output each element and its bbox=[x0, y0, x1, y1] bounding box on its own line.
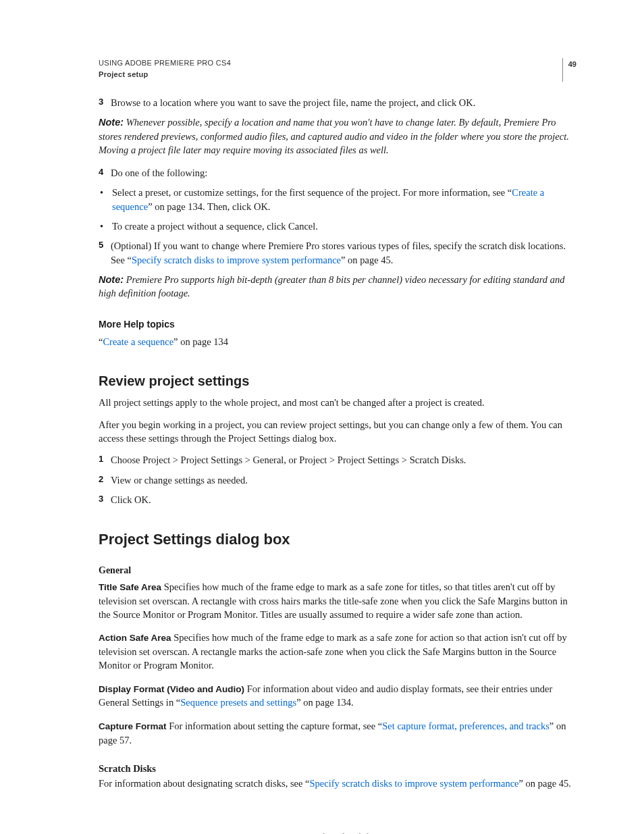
bullet-text: Select a preset, or customize settings, … bbox=[112, 186, 576, 213]
link-specify-scratch-disks[interactable]: Specify scratch disks to improve system … bbox=[310, 778, 519, 789]
note-label: Note: bbox=[99, 117, 124, 128]
header-product: USING ADOBE PREMIERE PRO CS4 bbox=[99, 58, 231, 68]
bullet-row: • To create a project without a sequence… bbox=[99, 219, 576, 233]
page-number: 49 bbox=[562, 58, 576, 82]
note-2: Note: Premiere Pro supports high bit-dep… bbox=[99, 273, 576, 301]
note-text: Premiere Pro supports high bit-depth (gr… bbox=[99, 274, 564, 298]
link-create-sequence[interactable]: Create a sequence bbox=[103, 336, 173, 347]
bullet-row: • Select a preset, or customize settings… bbox=[99, 186, 576, 213]
text: ” on page 134. Then, click OK. bbox=[148, 201, 270, 212]
step-row-3b: 3 Click OK. bbox=[99, 493, 576, 506]
runin-label: Display Format (Video and Audio) bbox=[99, 684, 244, 694]
step-number: 5 bbox=[99, 239, 111, 267]
paragraph: All project settings apply to the whole … bbox=[99, 396, 576, 409]
runin-label: Action Safe Area bbox=[99, 633, 171, 643]
definition-display-format: Display Format (Video and Audio) For inf… bbox=[99, 682, 576, 710]
link-set-capture-format[interactable]: Set capture format, preferences, and tra… bbox=[382, 721, 549, 731]
step-row-5: 5 (Optional) If you want to change where… bbox=[99, 239, 576, 267]
step-text: Choose Project > Project Settings > Gene… bbox=[111, 453, 576, 467]
note-text: Whenever possible, specify a location an… bbox=[99, 117, 569, 155]
text: ” on page 134. bbox=[296, 697, 354, 708]
footer-last-updated: Last updated 11/6/2011 bbox=[99, 831, 576, 834]
paragraph: After you begin working in a project, yo… bbox=[99, 418, 576, 446]
step-text: Browse to a location where you want to s… bbox=[111, 96, 576, 109]
step-number: 4 bbox=[99, 166, 111, 180]
paragraph-scratch: For information about designating scratc… bbox=[99, 777, 576, 790]
definition-title-safe: Title Safe Area Specifies how much of th… bbox=[99, 580, 576, 621]
step-text: Click OK. bbox=[111, 493, 576, 506]
note-label: Note: bbox=[99, 274, 124, 285]
bullet-dot: • bbox=[99, 186, 112, 213]
text: For information about designating scratc… bbox=[99, 778, 310, 789]
bullet-text: To create a project without a sequence, … bbox=[112, 219, 576, 233]
step-text: Do one of the following: bbox=[111, 166, 576, 180]
text: ” on page 134 bbox=[173, 336, 228, 347]
link-specify-scratch-disks[interactable]: Specify scratch disks to improve system … bbox=[132, 255, 341, 265]
heading-review-project-settings: Review project settings bbox=[99, 371, 576, 390]
text: ” on page 45. bbox=[341, 255, 393, 265]
step-row-4: 4 Do one of the following: bbox=[99, 166, 576, 180]
step-text: View or change settings as needed. bbox=[111, 473, 576, 487]
definition-capture-format: Capture Format For information about set… bbox=[99, 719, 576, 747]
sub-heading-scratch-disks: Scratch Disks bbox=[99, 763, 156, 774]
step-number: 3 bbox=[99, 493, 111, 506]
definition-action-safe: Action Safe Area Specifies how much of t… bbox=[99, 631, 576, 672]
runin-label: Title Safe Area bbox=[99, 582, 161, 592]
heading-project-settings-dialog: Project Settings dialog box bbox=[99, 529, 576, 550]
step-text: (Optional) If you want to change where P… bbox=[111, 239, 576, 267]
page-header: USING ADOBE PREMIERE PRO CS4 Project set… bbox=[99, 58, 576, 82]
page-content: 3 Browse to a location where you want to… bbox=[99, 96, 576, 834]
sub-heading-general: General bbox=[99, 565, 131, 575]
text: For information about setting the captur… bbox=[167, 721, 383, 731]
text: Specifies how much of the frame edge to … bbox=[99, 581, 568, 620]
bullet-dot: • bbox=[99, 219, 112, 233]
text: Select a preset, or customize settings, … bbox=[112, 187, 512, 198]
runin-label: Capture Format bbox=[99, 721, 167, 731]
header-chapter: Project setup bbox=[99, 70, 231, 80]
more-help-heading: More Help topics bbox=[99, 318, 576, 332]
text: ” on page 45. bbox=[519, 778, 571, 789]
step-row-3: 3 Browse to a location where you want to… bbox=[99, 96, 576, 109]
header-left: USING ADOBE PREMIERE PRO CS4 Project set… bbox=[99, 58, 231, 80]
link-sequence-presets[interactable]: Sequence presets and settings bbox=[180, 697, 296, 708]
step-number: 1 bbox=[99, 453, 111, 467]
more-help-item: “Create a sequence” on page 134 bbox=[99, 335, 576, 348]
step-number: 3 bbox=[99, 96, 111, 109]
step-row-2: 2 View or change settings as needed. bbox=[99, 473, 576, 487]
step-number: 2 bbox=[99, 473, 111, 487]
step-row-1: 1 Choose Project > Project Settings > Ge… bbox=[99, 453, 576, 467]
note-1: Note: Whenever possible, specify a locat… bbox=[99, 115, 576, 157]
